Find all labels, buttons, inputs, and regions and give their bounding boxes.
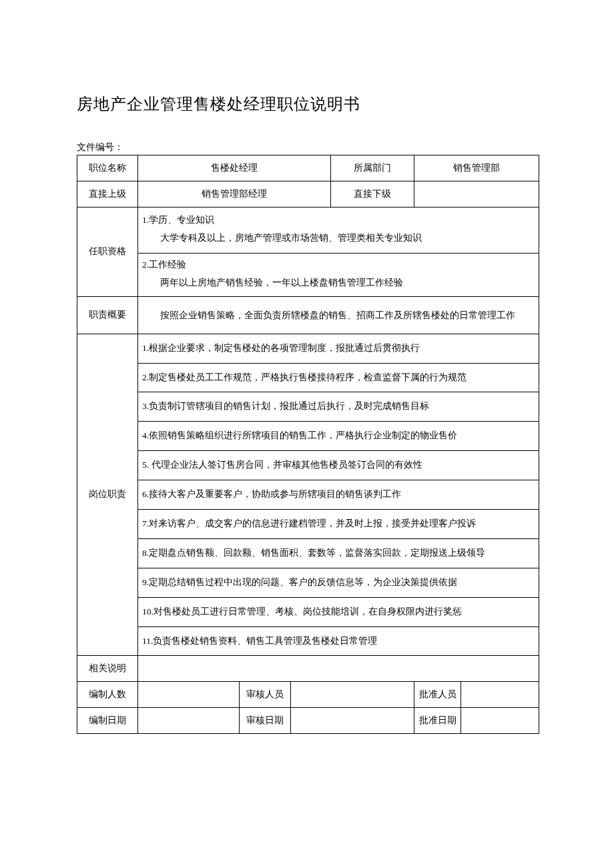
duty-row-10: 10.对售楼处员工进行日常管理、考核、岗位技能培训，在自身权限内进行奖惩 xyxy=(77,597,539,626)
duty-item-7: 7.对来访客户、成交客户的信息进行建档管理，并及时上报，接受并处理客户投诉 xyxy=(138,509,539,538)
approver-value xyxy=(461,682,539,708)
related-row: 相关说明 xyxy=(77,656,539,682)
duty-item-1: 1.根据企业要求，制定售楼处的各项管理制度，报批通过后贯彻执行 xyxy=(138,334,539,363)
duty-row-3: 3.负责制订管辖项目的销售计划，报批通过后执行，及时完成销售目标 xyxy=(77,392,539,422)
position-name-value: 售楼处经理 xyxy=(138,155,331,181)
duty-item-4: 4.依照销售策略组织进行所辖项目的销售工作，严格执行企业制定的物业售价 xyxy=(138,422,539,451)
duty-item-3: 3.负责制订管辖项目的销售计划，报批通过后执行，及时完成销售目标 xyxy=(138,392,539,422)
summary-content: 按照企业销售策略，全面负责所辖楼盘的销售、招商工作及所辖售楼处的日常管理工作 xyxy=(138,296,539,334)
qualification-label: 任职资格 xyxy=(77,207,138,297)
duty-item-10: 10.对售楼处员工进行日常管理、考核、岗位技能培训，在自身权限内进行奖惩 xyxy=(138,597,539,626)
duty-row-5: 5. 代理企业法人签订售房合同，并审核其他售楼员签订合同的有效性 xyxy=(77,451,539,480)
audit-date-label: 审核日期 xyxy=(240,708,291,734)
dates-row: 编制日期 审核日期 批准日期 xyxy=(77,708,539,734)
qualification-education-content: 大学专科及以上，房地产管理或市场营销、管理类相关专业知识 xyxy=(142,232,535,245)
duty-item-8: 8.定期盘点销售额、回款额、销售面积、套数等，监督落实回款，定期报送上级领导 xyxy=(138,538,539,568)
duty-item-6: 6.接待大客户及重要客户，协助或参与所辖项目的销售谈判工作 xyxy=(138,480,539,510)
job-description-table: 职位名称 售楼处经理 所属部门 销售管理部 直接上级 销售管理部经理 直接下级 … xyxy=(77,155,539,734)
qualification-education: 1.学历、专业知识 大学专科及以上，房地产管理或市场营销、管理类相关专业知识 xyxy=(138,207,539,254)
qualification-experience-content: 两年以上房地产销售经验，一年以上楼盘销售管理工作经验 xyxy=(142,277,535,290)
duty-row-7: 7.对来访客户、成交客户的信息进行建档管理，并及时上报，接受并处理客户投诉 xyxy=(77,509,539,538)
duty-row-1: 岗位职责 1.根据企业要求，制定售楼处的各项管理制度，报批通过后贯彻执行 xyxy=(77,334,539,363)
approve-date-value xyxy=(461,708,539,734)
qualification-experience-heading: 2.工作经验 xyxy=(142,259,535,272)
subordinate-value xyxy=(414,181,539,207)
headcount-value xyxy=(138,682,240,708)
duty-row-11: 11.负责售楼处销售资料、销售工具管理及售楼处日常管理 xyxy=(77,626,539,656)
reporting-row: 直接上级 销售管理部经理 直接下级 xyxy=(77,181,539,207)
headcount-label: 编制人数 xyxy=(77,682,138,708)
duty-row-2: 2.制定售楼处员工工作规范，严格执行售楼接待程序，检查监督下属的行为规范 xyxy=(77,363,539,392)
qualification-row-1: 任职资格 1.学历、专业知识 大学专科及以上，房地产管理或市场营销、管理类相关专… xyxy=(77,207,539,254)
superior-value: 销售管理部经理 xyxy=(138,181,331,207)
duty-item-11: 11.负责售楼处销售资料、销售工具管理及售楼处日常管理 xyxy=(138,626,539,656)
audit-date-value xyxy=(291,708,414,734)
duty-item-5: 5. 代理企业法人签订售房合同，并审核其他售楼员签订合同的有效性 xyxy=(138,451,539,480)
position-row: 职位名称 售楼处经理 所属部门 销售管理部 xyxy=(77,155,539,181)
duty-row-4: 4.依照销售策略组织进行所辖项目的销售工作，严格执行企业制定的物业售价 xyxy=(77,422,539,451)
approve-date-label: 批准日期 xyxy=(414,708,461,734)
document-number-label: 文件编号： xyxy=(77,141,537,153)
headcount-row: 编制人数 审核人员 批准人员 xyxy=(77,682,539,708)
create-date-label: 编制日期 xyxy=(77,708,138,734)
position-name-label: 职位名称 xyxy=(77,155,138,181)
create-date-value xyxy=(138,708,240,734)
department-label: 所属部门 xyxy=(331,155,414,181)
duty-row-6: 6.接待大客户及重要客户，协助或参与所辖项目的销售谈判工作 xyxy=(77,480,539,510)
related-value xyxy=(138,656,539,682)
summary-row: 职责概要 按照企业销售策略，全面负责所辖楼盘的销售、招商工作及所辖售楼处的日常管… xyxy=(77,296,539,334)
summary-label: 职责概要 xyxy=(77,296,138,334)
duty-row-9: 9.定期总结销售过程中出现的问题、客户的反馈信息等，为企业决策提供依据 xyxy=(77,568,539,597)
duties-label: 岗位职责 xyxy=(77,334,138,656)
related-label: 相关说明 xyxy=(77,656,138,682)
approver-label: 批准人员 xyxy=(414,682,461,708)
qualification-experience: 2.工作经验 两年以上房地产销售经验，一年以上楼盘销售管理工作经验 xyxy=(138,253,539,296)
department-value: 销售管理部 xyxy=(414,155,539,181)
qualification-education-heading: 1.学历、专业知识 xyxy=(142,214,535,227)
auditor-label: 审核人员 xyxy=(240,682,291,708)
superior-label: 直接上级 xyxy=(77,181,138,207)
duty-row-8: 8.定期盘点销售额、回款额、销售面积、套数等，监督落实回款，定期报送上级领导 xyxy=(77,538,539,568)
auditor-value xyxy=(291,682,414,708)
document-title: 房地产企业管理售楼处经理职位说明书 xyxy=(77,93,537,115)
duty-item-9: 9.定期总结销售过程中出现的问题、客户的反馈信息等，为企业决策提供依据 xyxy=(138,568,539,597)
subordinate-label: 直接下级 xyxy=(331,181,414,207)
duty-item-2: 2.制定售楼处员工工作规范，严格执行售楼接待程序，检查监督下属的行为规范 xyxy=(138,363,539,392)
qualification-row-2: 2.工作经验 两年以上房地产销售经验，一年以上楼盘销售管理工作经验 xyxy=(77,253,539,296)
